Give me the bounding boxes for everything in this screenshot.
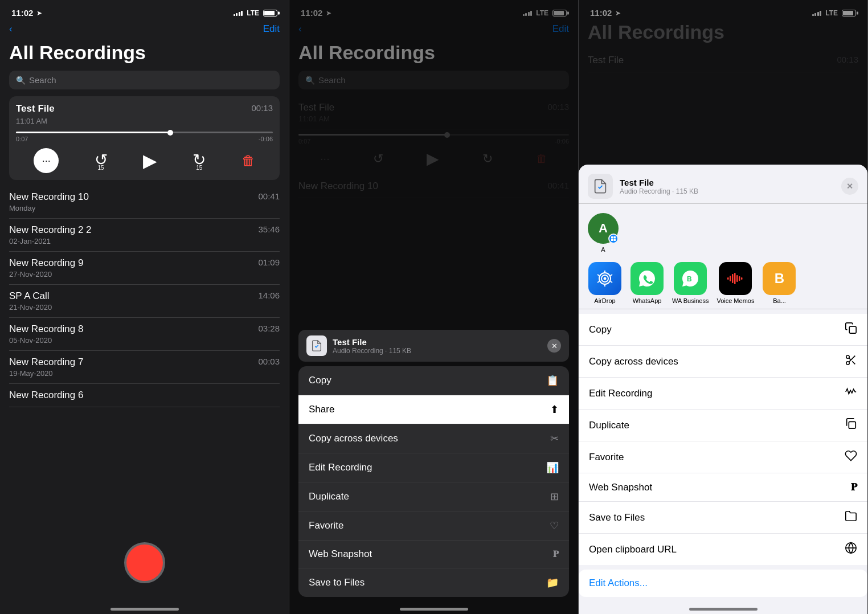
share-file-name: Test File — [620, 178, 834, 187]
app-item-voicememos[interactable]: Voice Memos — [716, 262, 754, 304]
menu-label-copy-across: Copy across devices — [309, 433, 398, 444]
action-favorite-label: Favorite — [589, 452, 624, 463]
edit-button-1[interactable]: Edit — [263, 23, 280, 35]
signal-bars-1 — [234, 10, 243, 16]
app-item-airdrop[interactable]: AirDrop — [588, 262, 622, 304]
action-save-files-label: Save to Files — [589, 512, 645, 523]
chip-close-button[interactable]: ✕ — [547, 339, 561, 353]
folder-icon: 📁 — [546, 576, 559, 589]
whatsapp-label: WhatsApp — [633, 297, 662, 304]
apps-row: AirDrop WhatsApp B — [579, 257, 867, 309]
voicememos-icon — [719, 262, 752, 295]
waveform-time-left: 0:07 — [16, 136, 28, 142]
back-button-1[interactable]: ‹ — [9, 23, 13, 35]
svg-line-12 — [597, 275, 599, 276]
svg-rect-22 — [849, 326, 856, 333]
menu-item-copy[interactable]: Copy 📋 — [298, 366, 569, 395]
list-item[interactable]: New Recording 7 00:03 19-May-2020 — [9, 351, 280, 384]
svg-line-8 — [611, 275, 612, 276]
action-duplicate[interactable]: Duplicate — [579, 410, 867, 441]
share-close-button[interactable]: ✕ — [841, 178, 858, 195]
svg-line-27 — [849, 358, 851, 360]
app-item-ba[interactable]: B Ba... — [762, 262, 796, 304]
list-item[interactable]: New Recording 8 03:28 05-Nov-2020 — [9, 318, 280, 351]
play-button-1[interactable]: ▶ — [143, 150, 157, 171]
context-menu: Copy 📋 Share ⬆ Copy across devices ✂ Edi… — [298, 366, 569, 597]
app-item-whatsapp[interactable]: WhatsApp — [630, 262, 664, 304]
forward-button-1[interactable]: ↻ 15 — [193, 150, 206, 171]
contact-avatar: A — [588, 213, 619, 244]
action-copy-label: Copy — [589, 324, 612, 335]
heart-icon: ♡ — [550, 519, 559, 532]
waveform-time-right: -0:06 — [259, 136, 273, 142]
context-menu-overlay: Test File Audio Recording · 115 KB ✕ Cop… — [289, 0, 578, 614]
edit-actions-button[interactable]: Edit Actions... — [579, 570, 867, 597]
panel-2: 11:02 ➤ LTE ‹ Edit All Recordings 🔍 Sear… — [289, 0, 579, 614]
menu-item-duplicate[interactable]: Duplicate ⊞ — [298, 482, 569, 511]
svg-rect-20 — [739, 276, 740, 281]
svg-point-6 — [604, 277, 607, 280]
menu-item-copy-across[interactable]: Copy across devices ✂ — [298, 424, 569, 453]
copy-icon: 📋 — [546, 374, 559, 387]
action-copy-across[interactable]: Copy across devices — [579, 346, 867, 378]
menu-label-edit-recording: Edit Recording — [309, 462, 372, 473]
action-web-snapshot[interactable]: Web Snapshot 𝐏 — [579, 473, 867, 502]
record-button-1[interactable] — [124, 542, 165, 583]
menu-label-duplicate: Duplicate — [309, 491, 349, 502]
lte-label-1: LTE — [247, 9, 259, 17]
wabusiness-label: WA Business — [672, 297, 709, 304]
svg-rect-17 — [732, 274, 734, 283]
home-indicator-3 — [579, 597, 867, 614]
action-open-clipboard-label: Open clipboard URL — [589, 544, 677, 555]
battery-icon-1 — [263, 10, 277, 17]
menu-item-web-snapshot[interactable]: Web Snapshot 𝐏 — [298, 541, 569, 568]
panel-1: 11:02 ➤ LTE ‹ Edit All Recordings 🔍 Sear… — [0, 0, 289, 614]
menu-item-favorite[interactable]: Favorite ♡ — [298, 511, 569, 541]
playback-controls-1: ··· ↺ 15 ▶ ↻ 15 🗑 — [16, 148, 273, 173]
app-item-wabusiness[interactable]: B WA Business — [672, 262, 709, 304]
action-duplicate-label: Duplicate — [589, 420, 629, 431]
heart-action-icon — [845, 449, 857, 465]
action-favorite[interactable]: Favorite — [579, 441, 867, 473]
share-sheet: Test File Audio Recording · 115 KB ✕ A — [579, 165, 867, 614]
action-edit-recording[interactable]: Edit Recording — [579, 378, 867, 410]
menu-label-save-files: Save to Files — [309, 577, 365, 588]
svg-rect-19 — [736, 275, 738, 282]
menu-item-save-files[interactable]: Save to Files 📁 — [298, 568, 569, 597]
waveform-1: 0:07 -0:06 — [16, 132, 273, 142]
rewind-button-1[interactable]: ↺ 15 — [95, 150, 108, 171]
menu-item-edit-recording[interactable]: Edit Recording 📊 — [298, 453, 569, 482]
action-save-files[interactable]: Save to Files — [579, 502, 867, 534]
svg-line-11 — [597, 281, 599, 283]
nav-bar-1: ‹ Edit — [0, 21, 289, 39]
menu-label-web-snapshot: Web Snapshot — [309, 548, 372, 560]
scissors-icon: ✂ — [550, 432, 559, 445]
svg-line-9 — [611, 281, 612, 283]
airdrop-icon — [588, 262, 621, 295]
list-item[interactable]: New Recording 6 — [9, 384, 280, 407]
delete-button-1[interactable]: 🗑 — [241, 153, 255, 169]
search-bar-1[interactable]: 🔍 Search — [9, 71, 280, 89]
contacts-row: A A — [579, 204, 867, 257]
panel-3: 11:02 ➤ LTE All Recordings Test File 00:… — [579, 0, 868, 614]
location-icon-1: ➤ — [36, 9, 42, 17]
search-icon-1: 🔍 — [16, 76, 26, 85]
contact-badge — [608, 234, 619, 244]
menu-label-favorite: Favorite — [309, 520, 343, 531]
action-copy[interactable]: Copy — [579, 314, 867, 346]
chip-file-meta: Audio Recording · 115 KB — [333, 347, 542, 355]
page-title-1: All Recordings — [9, 42, 146, 63]
more-button-1[interactable]: ··· — [34, 148, 59, 173]
list-item[interactable]: New Recording 2 2 35:46 02-Jan-2021 — [9, 219, 280, 252]
action-open-clipboard[interactable]: Open clipboard URL — [579, 534, 867, 565]
list-item[interactable]: New Recording 9 01:09 27-Nov-2020 — [9, 252, 280, 285]
recordings-list-1: Test File 00:13 11:01 AM 0:07 -0:06 ··· — [0, 96, 289, 533]
scissors-action-icon — [845, 354, 857, 369]
contact-item[interactable]: A A — [588, 213, 619, 253]
recording-expanded-1[interactable]: Test File 00:13 11:01 AM 0:07 -0:06 ··· — [9, 96, 280, 180]
list-item[interactable]: New Recording 10 00:41 Monday — [9, 186, 280, 219]
whatsapp-icon — [630, 262, 664, 295]
menu-item-share[interactable]: Share ⬆ — [298, 395, 569, 424]
list-item[interactable]: SP A Call 14:06 21-Nov-2020 — [9, 285, 280, 318]
svg-rect-3 — [614, 239, 616, 241]
